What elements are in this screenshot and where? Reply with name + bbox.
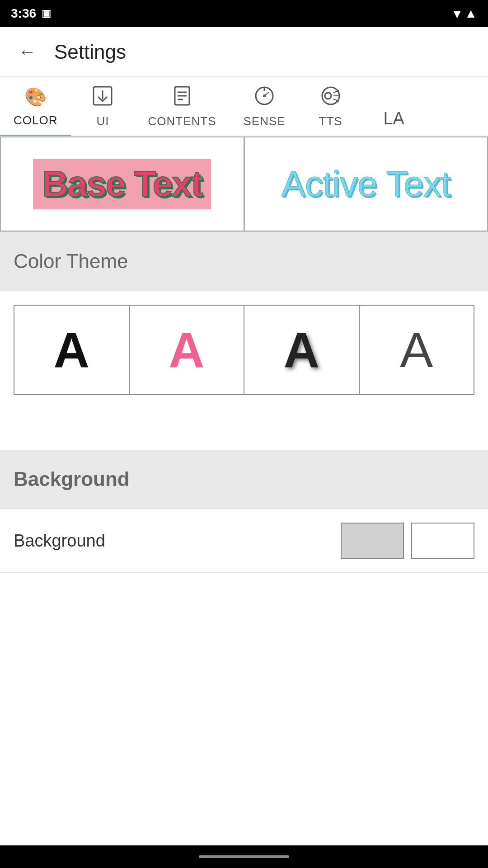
tab-ui-label: UI	[96, 114, 109, 128]
theme-letter-light: A	[400, 325, 433, 375]
base-text-label: Base Text	[42, 164, 202, 204]
header: ← Settings	[0, 27, 488, 77]
tab-color[interactable]: 🎨 COLOR	[0, 77, 71, 137]
tab-tts[interactable]: TTS	[299, 77, 362, 136]
theme-option-black[interactable]: A	[14, 305, 130, 395]
tab-bar: 🎨 COLOR UI CONTENTS	[0, 77, 488, 137]
base-text-card[interactable]: Base Text	[0, 137, 244, 231]
tab-tts-label: TTS	[319, 114, 343, 128]
tab-color-label: COLOR	[14, 113, 57, 127]
tab-contents-label: CONTENTS	[148, 114, 216, 128]
signal-icon: ▲	[465, 6, 477, 21]
background-title: Background	[14, 468, 130, 490]
wifi-icon: ▾	[454, 6, 460, 21]
theme-letter-shadow: A	[284, 325, 319, 375]
tts-icon	[321, 86, 341, 110]
theme-options: A A A A	[0, 291, 488, 409]
color-theme-title: Color Theme	[14, 250, 128, 272]
home-indicator	[199, 855, 289, 858]
spacer	[0, 409, 488, 432]
theme-letter-pink: A	[169, 325, 204, 375]
tab-sense[interactable]: SENSE	[230, 77, 299, 136]
color-theme-section-header: Color Theme	[0, 232, 488, 291]
sense-icon	[254, 86, 274, 110]
back-arrow-icon: ←	[18, 42, 36, 62]
theme-letter-black: A	[54, 325, 89, 375]
time-display: 3:36	[11, 6, 36, 21]
background-options	[341, 523, 474, 559]
la-icon: LA	[383, 109, 404, 128]
status-bar: 3:36 ▣ ▾ ▲	[0, 0, 488, 27]
background-section-header: Background	[0, 450, 488, 509]
active-text-card[interactable]: Active Text	[244, 137, 488, 231]
bg-option-gray[interactable]	[341, 523, 404, 559]
background-row-label: Background	[14, 531, 332, 551]
tab-ui[interactable]: UI	[71, 77, 134, 136]
ui-icon	[93, 86, 113, 110]
status-bar-right: ▾ ▲	[454, 6, 477, 21]
base-text-preview-bg: Base Text	[33, 159, 211, 209]
preview-section: Base Text Active Text	[0, 137, 488, 232]
background-row: Background	[0, 509, 488, 573]
tab-la[interactable]: LA	[362, 100, 426, 136]
bottom-navigation-bar	[0, 845, 488, 868]
palette-icon: 🎨	[24, 86, 47, 109]
bg-option-white[interactable]	[411, 523, 474, 559]
tab-sense-label: SENSE	[243, 114, 285, 128]
status-bar-left: 3:36 ▣	[11, 6, 51, 21]
active-text-label: Active Text	[282, 163, 450, 205]
tab-contents[interactable]: CONTENTS	[134, 77, 230, 136]
contents-icon	[172, 86, 192, 110]
page-title: Settings	[54, 41, 126, 63]
theme-option-light[interactable]: A	[360, 305, 475, 395]
svg-point-10	[325, 93, 331, 99]
svg-line-8	[264, 92, 269, 96]
back-button[interactable]: ←	[14, 38, 41, 66]
sim-icon: ▣	[42, 8, 51, 19]
theme-option-shadow[interactable]: A	[244, 305, 360, 395]
theme-option-pink[interactable]: A	[130, 305, 245, 395]
